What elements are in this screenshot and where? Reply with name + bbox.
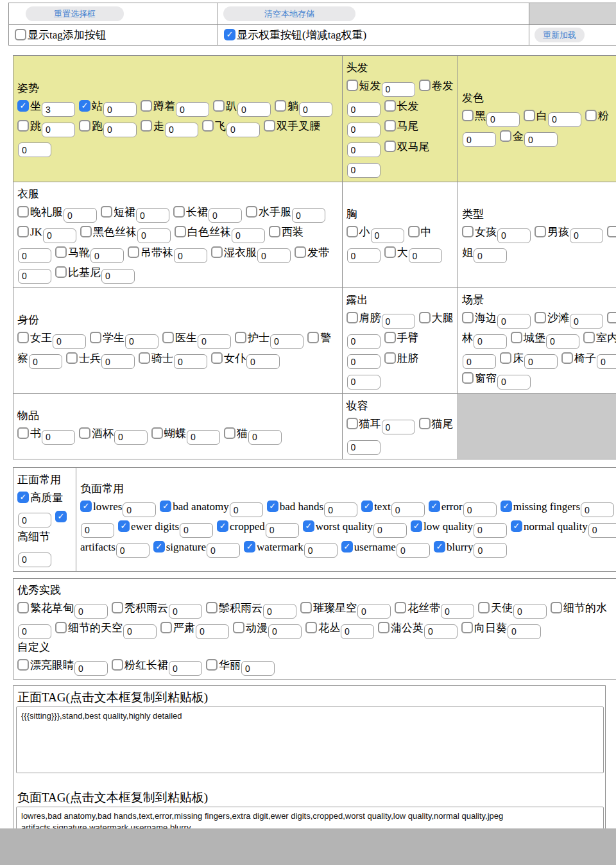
chest-checkbox[interactable] [408,226,420,237]
best_practice-checkbox[interactable] [233,622,244,633]
custom-checkbox[interactable] [17,659,29,671]
weight-input[interactable] [581,502,614,517]
exposure-checkbox[interactable] [346,312,358,323]
negative_common-checkbox[interactable]: ✓ [153,541,165,552]
positive_common-checkbox[interactable]: ✓ [17,492,29,503]
show-tag-add-checkbox[interactable] [15,29,26,40]
clothes-checkbox[interactable] [295,246,306,258]
hair-checkbox[interactable] [384,141,396,152]
negative_common-checkbox[interactable]: ✓ [341,541,353,552]
clothes-checkbox[interactable] [246,206,257,218]
best_practice-checkbox[interactable] [300,602,312,613]
exposure-checkbox[interactable] [419,312,431,323]
identity-checkbox[interactable] [90,332,101,343]
weight-input[interactable] [463,502,497,517]
weight-input[interactable] [268,624,302,639]
weight-input[interactable] [341,624,374,639]
reset-selection-button[interactable]: 重置选择框 [26,6,124,21]
best_practice-checkbox[interactable] [395,602,406,613]
scene-checkbox[interactable] [535,312,546,323]
weight-input[interactable] [230,502,263,517]
pose-checkbox[interactable] [141,100,152,112]
weight-input[interactable] [463,354,496,369]
best_practice-checkbox[interactable] [160,622,172,633]
negative_common-checkbox[interactable]: ✓ [361,501,373,512]
weight-input[interactable] [474,543,507,558]
weight-input[interactable] [18,142,51,157]
negative_common-checkbox[interactable]: ✓ [244,541,255,552]
scene-checkbox[interactable] [561,352,573,364]
items-checkbox[interactable] [224,427,235,439]
makeup-checkbox[interactable] [346,418,358,429]
weight-input[interactable] [424,624,458,639]
chest-checkbox[interactable] [346,226,358,237]
weight-input[interactable] [232,228,265,243]
exposure-checkbox[interactable] [384,332,396,343]
weight-input[interactable] [497,314,531,329]
scene-checkbox[interactable] [511,332,522,343]
weight-input[interactable] [18,513,51,527]
scene-checkbox[interactable] [462,372,474,384]
best_practice-checkbox[interactable] [551,602,562,613]
weight-input[interactable] [486,112,520,127]
weight-input[interactable] [570,314,603,329]
weight-input[interactable] [347,163,381,178]
clothes-checkbox[interactable] [269,226,280,237]
chest-checkbox[interactable] [384,246,396,258]
clear-local-storage-button[interactable]: 清空本地存储 [223,6,355,21]
hair_color-checkbox[interactable] [462,110,474,121]
weight-input[interactable] [125,334,158,349]
weight-input[interactable] [524,354,558,369]
best_practice-checkbox[interactable] [17,602,29,613]
weight-input[interactable] [241,661,275,676]
identity-checkbox[interactable] [139,352,150,364]
clothes-checkbox[interactable] [17,226,29,237]
negative_common-checkbox[interactable]: ✓ [303,520,314,532]
best_practice-checkbox[interactable] [206,602,218,613]
weight-input[interactable] [397,543,430,558]
negative_common-checkbox[interactable]: ✓ [429,501,440,512]
weight-input[interactable] [174,354,207,369]
weight-input[interactable] [391,502,425,517]
weight-input[interactable] [347,248,381,263]
weight-input[interactable] [103,123,137,137]
weight-input[interactable] [474,523,507,538]
scene-checkbox[interactable] [500,352,511,364]
weight-input[interactable] [198,334,231,349]
identity-checkbox[interactable] [211,352,223,364]
weight-input[interactable] [441,604,474,619]
weight-input[interactable] [382,314,415,329]
makeup-checkbox[interactable] [419,418,431,429]
weight-input[interactable] [347,334,381,349]
scene-checkbox[interactable] [462,312,474,323]
weight-input[interactable] [43,228,76,243]
weight-input[interactable] [53,334,86,349]
weight-input[interactable] [237,102,271,117]
weight-input[interactable] [165,123,198,137]
weight-input[interactable] [463,132,496,147]
weight-input[interactable] [292,208,325,223]
pose-checkbox[interactable] [275,100,286,112]
pose-checkbox[interactable]: ✓ [79,100,90,112]
clothes-checkbox[interactable] [175,226,186,237]
weight-input[interactable] [474,334,507,349]
identity-checkbox[interactable] [66,352,78,364]
hair_color-checkbox[interactable] [500,130,511,142]
best_practice-checkbox[interactable] [305,622,317,633]
weight-input[interactable] [174,248,207,263]
weight-input[interactable] [209,208,242,223]
clothes-checkbox[interactable] [17,206,29,218]
weight-input[interactable] [382,82,415,97]
weight-input[interactable] [81,523,114,538]
weight-input[interactable] [248,430,282,445]
clothes-checkbox[interactable] [211,246,223,258]
reload-button[interactable]: 重新加载 [535,28,585,42]
weight-input[interactable] [187,430,220,445]
weight-input[interactable] [546,334,579,349]
hair-checkbox[interactable] [346,80,358,91]
weight-input[interactable] [136,208,169,223]
pose-checkbox[interactable] [141,120,152,132]
weight-input[interactable] [74,604,108,619]
weight-input[interactable] [18,624,51,639]
weight-input[interactable] [324,502,357,517]
